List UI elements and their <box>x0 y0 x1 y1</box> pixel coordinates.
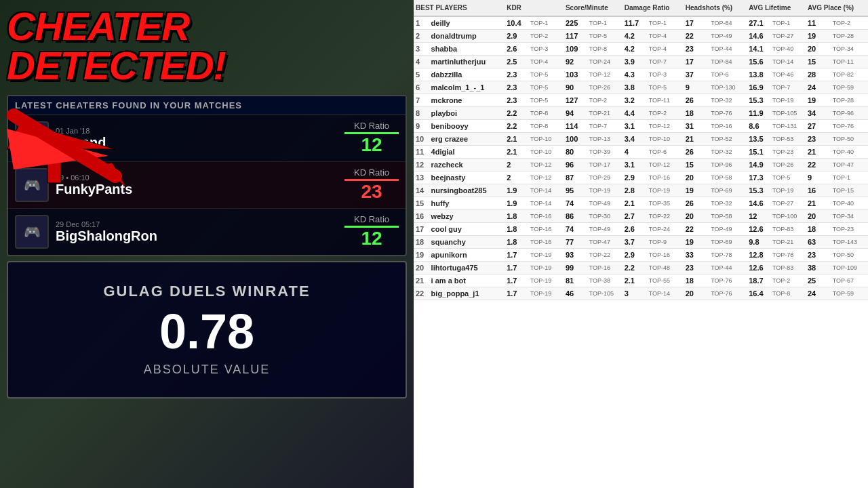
avg-pl-val: 23 <box>806 133 831 146</box>
kdr-top: TOP-10 <box>528 133 564 146</box>
avg-pl-top: TOP-50 <box>831 249 868 262</box>
table-row: 19 apunikorn 1.7 TOP-19 93 TOP-22 2.9 TO… <box>414 249 868 262</box>
kdr-top: TOP-10 <box>528 146 564 159</box>
avg-lt-top: TOP-1 <box>770 16 806 30</box>
gulag-box: GULAG DUELS WINRATE 0.78 ABSOLUTE VALUE <box>7 261 407 399</box>
score-top: TOP-1 <box>587 16 623 30</box>
dmg-top: TOP-24 <box>647 223 684 236</box>
avg-pl-top: TOP-47 <box>831 159 868 171</box>
kdr-header: KDR <box>505 0 564 16</box>
rank-cell: 20 <box>414 262 429 274</box>
kdr-top: TOP-16 <box>528 210 564 223</box>
dmg-val: 4.2 <box>623 43 647 56</box>
avg-pl-top: TOP-76 <box>831 120 868 133</box>
cheater-stat-label: KD Ratio <box>354 167 389 178</box>
kdr-top: TOP-19 <box>528 287 564 300</box>
kdr-top: TOP-3 <box>528 43 564 56</box>
dmg-val: 3.2 <box>623 94 647 107</box>
kdr-val: 1.9 <box>505 184 528 197</box>
kdr-val: 1.8 <box>505 236 528 249</box>
score-top: TOP-17 <box>587 159 623 171</box>
cheater-info: 29 Dec 05:17 BigShalongRon <box>56 220 338 244</box>
score-top: TOP-38 <box>587 274 623 287</box>
avg-pl-top: TOP-143 <box>831 236 868 249</box>
avg-place-header: AVG Place (%) <box>806 0 868 16</box>
score-val: 99 <box>564 262 587 274</box>
score-top: TOP-47 <box>587 236 623 249</box>
avg-lt-val: 13.5 <box>747 133 770 146</box>
score-top: TOP-19 <box>587 184 623 197</box>
avg-pl-val: 21 <box>806 197 831 210</box>
hs-top: TOP-69 <box>709 184 747 197</box>
dmg-top: TOP-16 <box>647 249 684 262</box>
kdr-val: 1.7 <box>505 262 528 274</box>
cheater-stat-value: 23 <box>361 181 382 203</box>
dmg-val: 3.1 <box>623 159 647 171</box>
hs-val: 23 <box>684 43 709 56</box>
best-players-header: BEST PLAYERS <box>414 0 505 16</box>
kdr-val: 2 <box>505 171 528 184</box>
cheater-stat-label: KD Ratio <box>354 121 389 131</box>
avg-lt-top: TOP-5 <box>770 171 806 184</box>
rank-cell: 22 <box>414 287 429 300</box>
name-cell: squanchy <box>429 236 505 249</box>
dmg-val: 2.2 <box>623 262 647 274</box>
avg-lt-val: 27.1 <box>747 16 770 30</box>
dmg-val: 4.4 <box>623 107 647 120</box>
avg-lt-val: 12.6 <box>747 223 770 236</box>
rank-cell: 14 <box>414 184 429 197</box>
score-top: TOP-8 <box>587 43 623 56</box>
avg-lt-val: 18.7 <box>747 274 770 287</box>
avg-pl-val: 38 <box>806 262 831 274</box>
avg-pl-top: TOP-67 <box>831 274 868 287</box>
hs-top: TOP-58 <box>709 210 747 223</box>
avg-pl-top: TOP-82 <box>831 68 868 81</box>
avg-pl-val: 23 <box>806 249 831 262</box>
avg-lt-top: TOP-131 <box>770 120 806 133</box>
avg-pl-top: TOP-40 <box>831 197 868 210</box>
avg-pl-top: TOP-28 <box>831 30 868 43</box>
score-val: 95 <box>564 184 587 197</box>
avg-lt-val: 15.3 <box>747 94 770 107</box>
avg-pl-top: TOP-1 <box>831 171 868 184</box>
score-header: Score/Minute <box>564 0 623 16</box>
hs-top: TOP-76 <box>709 287 747 300</box>
name-cell: playboi <box>429 107 505 120</box>
avg-lt-top: TOP-19 <box>770 94 806 107</box>
kdr-val: 2 <box>505 159 528 171</box>
hs-val: 26 <box>684 146 709 159</box>
avg-lt-top: TOP-27 <box>770 30 806 43</box>
avg-lt-top: TOP-78 <box>770 249 806 262</box>
avg-lt-val: 14.6 <box>747 30 770 43</box>
name-cell: benibooyy <box>429 120 505 133</box>
hs-val: 22 <box>684 223 709 236</box>
name-cell: 4digial <box>429 146 505 159</box>
damage-header: Damage Ratio <box>623 0 684 16</box>
kdr-top: TOP-16 <box>528 223 564 236</box>
score-top: TOP-21 <box>587 107 623 120</box>
avg-pl-top: TOP-23 <box>831 223 868 236</box>
hs-val: 21 <box>684 133 709 146</box>
table-row: 8 playboi 2.2 TOP-8 94 TOP-21 4.4 TOP-2 … <box>414 107 868 120</box>
table-row: 14 nursingboat285 1.9 TOP-14 95 TOP-19 2… <box>414 184 868 197</box>
table-row: 5 dabzzilla 2.3 TOP-5 103 TOP-12 4.3 TOP… <box>414 68 868 81</box>
score-val: 96 <box>564 159 587 171</box>
avg-lt-top: TOP-27 <box>770 197 806 210</box>
name-cell: shabba <box>429 43 505 56</box>
kdr-top: TOP-12 <box>528 159 564 171</box>
avg-pl-val: 20 <box>806 43 831 56</box>
avg-pl-top: TOP-2 <box>831 16 868 30</box>
score-val: 94 <box>564 107 587 120</box>
table-row: 20 lihtortuga475 1.7 TOP-19 99 TOP-16 2.… <box>414 262 868 274</box>
hs-val: 15 <box>684 159 709 171</box>
table-row: 7 mckrone 2.3 TOP-5 127 TOP-2 3.2 TOP-11… <box>414 94 868 107</box>
score-top: TOP-13 <box>587 133 623 146</box>
avg-lt-val: 14.1 <box>747 43 770 56</box>
score-val: 74 <box>564 223 587 236</box>
rank-cell: 13 <box>414 171 429 184</box>
avg-pl-val: 9 <box>806 171 831 184</box>
dmg-val: 3 <box>623 287 647 300</box>
leaderboard-table: BEST PLAYERS KDR Score/Minute Damage Rat… <box>414 0 868 300</box>
score-val: 81 <box>564 274 587 287</box>
cheater-name: BigShalongRon <box>56 228 338 244</box>
